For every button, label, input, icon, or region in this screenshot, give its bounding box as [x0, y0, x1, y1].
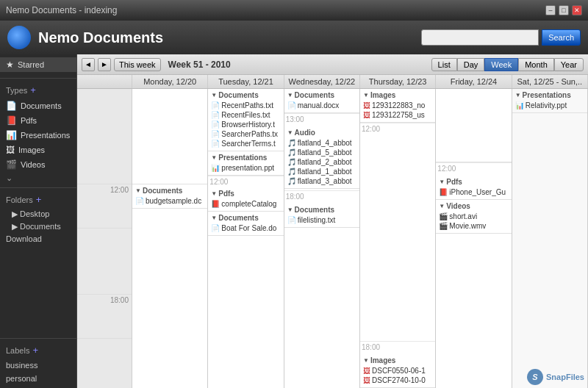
- triangle-icon: ▼: [515, 92, 521, 98]
- label-personal[interactable]: personal: [0, 372, 76, 385]
- sidebar-item-starred[interactable]: ★ Starred: [0, 57, 76, 72]
- wed-docs2-section: ▼ Documents 📄 filelisting.txt: [284, 204, 359, 228]
- fri-videos-section: ▼ Videos 🎬 short.avi 🎬 Movie.wmv: [436, 200, 511, 234]
- sidebar-item-documents[interactable]: 📄 Documents: [0, 98, 76, 113]
- file-completecatalog[interactable]: 📕 completeCatalog: [211, 199, 280, 209]
- section-label: Audio: [295, 129, 315, 137]
- view-week-button[interactable]: Week: [484, 58, 518, 71]
- thu-images2-section: ▼ Images 🖼 DSCF0550-06-1 🖼 DSCF2740-10-0: [360, 354, 435, 388]
- tuesday-pdfs-label: ▼ Pdfs: [211, 190, 280, 198]
- day-header-friday: Friday, 12/24: [436, 75, 512, 88]
- titlebar-title: Nemo Documents - indexing: [6, 5, 117, 15]
- friday-top-empty: [436, 89, 511, 162]
- divider-2: [0, 187, 76, 188]
- view-month-button[interactable]: Month: [518, 58, 554, 71]
- file-filelisting[interactable]: 📄 filelisting.txt: [287, 215, 356, 225]
- file-recentfiles[interactable]: 📄 RecentFiles.txt: [211, 110, 280, 120]
- folder-desktop[interactable]: ▶ Desktop: [0, 208, 76, 220]
- doc-icon: 📄: [211, 224, 220, 232]
- labels-add-button[interactable]: +: [32, 345, 38, 356]
- file-img1[interactable]: 🖼 1293122883_no: [363, 101, 432, 110]
- txt-icon: 📄: [211, 121, 220, 129]
- file-moviewmv[interactable]: 🎬 Movie.wmv: [439, 221, 508, 231]
- types-label: Types: [6, 86, 27, 95]
- presentations-label: Presentations: [21, 131, 70, 140]
- time-slot-12: 12:00: [77, 184, 132, 229]
- tuesday-pres-section: ▼ Presentations 📊 presentation.ppt: [208, 151, 283, 176]
- prev-button[interactable]: ◄: [82, 58, 95, 71]
- calendar-body: 12:00 18:00 ▼ Documents 📄 budgets: [77, 89, 588, 388]
- presentations-icon: 📊: [6, 130, 17, 140]
- file-searcherterms[interactable]: 📄 SearcherTerms.t: [211, 139, 280, 148]
- file-flatland1[interactable]: 🎵 flatland_1_abbot: [287, 167, 356, 176]
- folder-download[interactable]: Download: [0, 233, 76, 245]
- file-flatland5[interactable]: 🎵 flatland_5_abbot: [287, 148, 356, 157]
- wed-docs2-label: ▼ Documents: [287, 206, 356, 214]
- file-shortavi[interactable]: 🎬 short.avi: [439, 212, 508, 221]
- img-icon: 🖼: [363, 367, 370, 375]
- file-recentpaths[interactable]: 📄 RecentPaths.txt: [211, 101, 280, 110]
- folder-documents[interactable]: ▶ Documents: [0, 220, 76, 233]
- search-input[interactable]: [421, 29, 539, 46]
- file-name: SearcherPaths.tx: [221, 130, 278, 138]
- file-presentation[interactable]: 📊 presentation.ppt: [211, 163, 280, 173]
- sidebar-item-presentations[interactable]: 📊 Presentations: [0, 128, 76, 143]
- search-button[interactable]: Search: [542, 29, 581, 46]
- file-dscf0550[interactable]: 🖼 DSCF0550-06-1: [363, 366, 432, 376]
- close-button[interactable]: ✕: [572, 5, 582, 15]
- time-col-header: [77, 75, 132, 88]
- file-name: manual.docx: [298, 101, 340, 109]
- video-icon: 🎬: [439, 212, 448, 220]
- file-browserhistory[interactable]: 📄 BrowserHistory.t: [211, 120, 280, 129]
- file-flatland2[interactable]: 🎵 flatland_2_abbot: [287, 157, 356, 167]
- next-button[interactable]: ►: [98, 58, 111, 71]
- triangle-icon: ▼: [211, 215, 217, 221]
- sidebar: ★ Starred Types + 📄 Documents 📕 Pdfs 📊 P…: [0, 54, 77, 388]
- minimize-button[interactable]: –: [545, 5, 556, 15]
- file-name: completeCatalog: [221, 200, 276, 208]
- ppt-icon: 📊: [515, 101, 524, 109]
- file-name: BrowserHistory.t: [221, 121, 275, 129]
- section-label: Documents: [218, 91, 258, 99]
- folders-add-button[interactable]: +: [36, 194, 42, 205]
- day-col-friday: 12:00 ▼ Pdfs 📕 iPhone_User_Gu ▼: [436, 89, 512, 388]
- maximize-button[interactable]: □: [559, 5, 569, 15]
- sidebar-item-pdfs[interactable]: 📕 Pdfs: [0, 113, 76, 128]
- file-iphone-guide[interactable]: 📕 iPhone_User_Gu: [439, 187, 508, 197]
- weekend-pres-label: ▼ Presentations: [515, 91, 584, 99]
- sidebar-item-videos[interactable]: 🎬 Videos: [0, 157, 76, 172]
- file-name: DSCF0550-06-1: [372, 367, 426, 375]
- toolbar: ◄ ► This week Week 51 - 2010 List Day We…: [77, 54, 588, 75]
- label-business[interactable]: business: [0, 359, 76, 372]
- file-name: flatland_2_abbot: [298, 158, 352, 166]
- file-name: DSCF2740-10-0: [372, 376, 426, 384]
- audio-icon: 🎵: [287, 177, 296, 185]
- view-year-button[interactable]: Year: [554, 58, 584, 71]
- file-img2[interactable]: 🖼 1293122758_us: [363, 110, 432, 120]
- snapfiles-logo-letter: S: [532, 373, 537, 381]
- section-label: Videos: [446, 202, 470, 210]
- this-week-button[interactable]: This week: [114, 58, 161, 71]
- snapfiles-logo: S: [527, 369, 543, 385]
- content-area: ◄ ► This week Week 51 - 2010 List Day We…: [77, 54, 588, 388]
- file-boatforsale[interactable]: 📄 Boat For Sale.do: [211, 223, 280, 233]
- file-name: 1293122758_us: [372, 111, 425, 119]
- view-day-button[interactable]: Day: [457, 58, 485, 71]
- view-list-button[interactable]: List: [431, 58, 457, 71]
- file-name: flatland_4_abbot: [298, 139, 352, 147]
- file-flatland3[interactable]: 🎵 flatland_3_abbot: [287, 176, 356, 186]
- types-collapse-button[interactable]: ⌄: [0, 172, 76, 184]
- file-dscf2740[interactable]: 🖼 DSCF2740-10-0: [363, 376, 432, 385]
- file-flatland4[interactable]: 🎵 flatland_4_abbot: [287, 138, 356, 148]
- day-header-thursday: Thursday, 12/23: [360, 75, 436, 88]
- section-label: Documents: [295, 91, 334, 99]
- file-searcherpaths[interactable]: 📄 SearcherPaths.tx: [211, 129, 280, 139]
- sidebar-item-images[interactable]: 🖼 Images: [0, 143, 76, 157]
- file-budgetsample[interactable]: 📄 budgetsample.dc: [135, 196, 204, 206]
- types-add-button[interactable]: +: [30, 85, 36, 96]
- tuesday-pres-label: ▼ Presentations: [211, 154, 280, 162]
- file-manual[interactable]: 📄 manual.docx: [287, 101, 356, 110]
- file-relativity[interactable]: 📊 Relativity.ppt: [515, 101, 584, 110]
- folders-label: Folders: [6, 195, 33, 204]
- file-name: iPhone_User_Gu: [449, 188, 506, 196]
